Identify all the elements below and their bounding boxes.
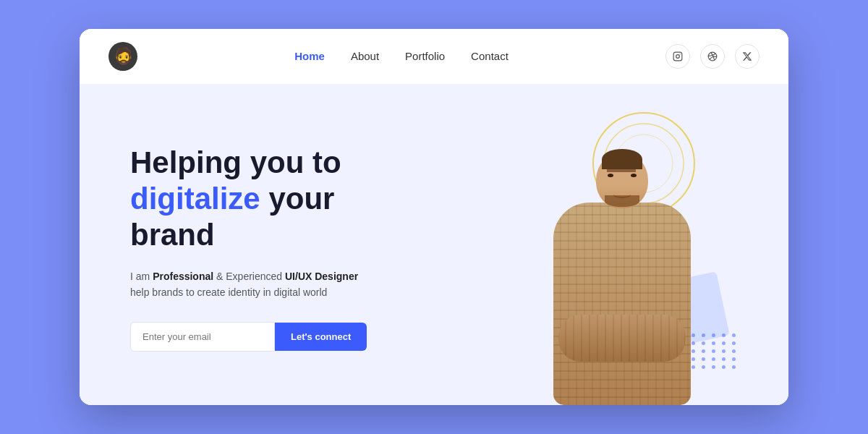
- dot: [722, 349, 726, 353]
- person-head: [596, 152, 648, 208]
- dot: [732, 349, 736, 353]
- beard: [605, 195, 639, 207]
- nav-item-about[interactable]: About: [351, 50, 379, 63]
- left-eye: [608, 174, 613, 177]
- cta-row: Let's connect: [130, 322, 485, 352]
- navbar: 🧔 Home About Portfolio Contact: [80, 29, 788, 84]
- nav-links: Home About Portfolio Contact: [294, 50, 509, 63]
- dot: [722, 341, 726, 345]
- dribbble-icon[interactable]: [700, 44, 725, 69]
- svg-point-2: [680, 54, 681, 54]
- hair: [602, 149, 642, 169]
- dot: [722, 365, 726, 369]
- dot: [712, 333, 715, 337]
- svg-point-1: [676, 55, 680, 59]
- right-eye: [631, 174, 637, 177]
- instagram-icon[interactable]: [665, 44, 690, 69]
- nav-item-portfolio[interactable]: Portfolio: [405, 50, 445, 63]
- arms-crossed: [559, 315, 686, 362]
- person-figure: [535, 130, 709, 405]
- dot: [712, 341, 715, 345]
- arms-pattern: [559, 315, 686, 362]
- dot: [732, 341, 736, 345]
- sweater-v-lines: [553, 203, 691, 405]
- hero-title: Helping you to digitalize your brand: [130, 145, 485, 254]
- dot: [712, 365, 715, 369]
- nav-item-contact[interactable]: Contact: [471, 50, 509, 63]
- hero-section: Helping you to digitalize your brand I a…: [80, 84, 788, 405]
- hero-image-area: // dots rendered below: [485, 84, 760, 405]
- dot: [722, 333, 726, 337]
- dot: [722, 357, 726, 361]
- dot: [712, 349, 715, 353]
- dot: [732, 333, 736, 337]
- hero-subtitle: I am Professional & Experienced UI/UX De…: [130, 268, 376, 301]
- svg-rect-0: [673, 52, 682, 61]
- hero-content: Helping you to digitalize your brand I a…: [80, 84, 485, 405]
- dot: [712, 357, 715, 361]
- dot: [732, 357, 736, 361]
- person-body: [553, 203, 691, 405]
- logo-avatar[interactable]: 🧔: [109, 42, 137, 71]
- social-icons: [665, 44, 760, 69]
- browser-window: 🧔 Home About Portfolio Contact: [80, 29, 788, 405]
- twitter-icon[interactable]: [735, 44, 760, 69]
- email-input[interactable]: [130, 322, 275, 352]
- nav-item-home[interactable]: Home: [294, 50, 325, 63]
- cta-button[interactable]: Let's connect: [275, 323, 367, 351]
- dot: [732, 365, 736, 369]
